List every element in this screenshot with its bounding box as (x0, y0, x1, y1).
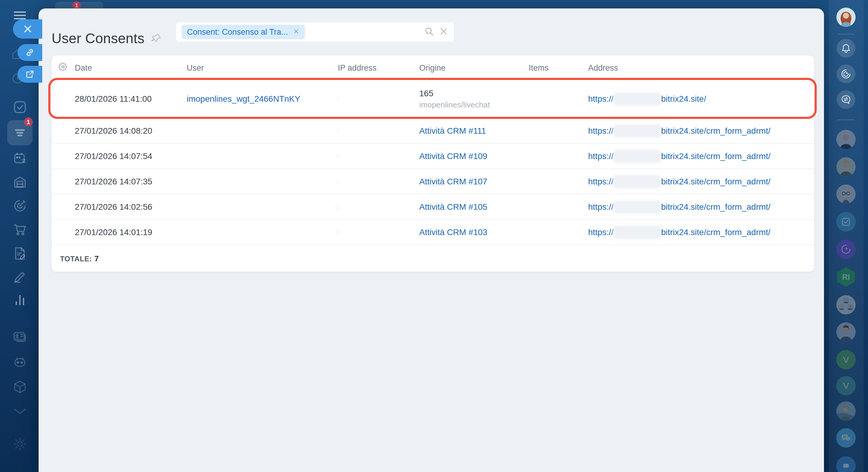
row-date: 27/01/2026 14:02:56 (75, 202, 152, 212)
address-link[interactable]: https://bitrix24.site/crm_form_adrmt/ (588, 125, 771, 137)
filter-chip[interactable]: Consent: Consenso al Tra... (182, 25, 305, 39)
calendar-icon[interactable] (12, 151, 27, 166)
open-new-window-button[interactable] (18, 66, 42, 83)
chevron-down-icon[interactable] (13, 407, 27, 416)
address-link[interactable]: https://bitrix24.site/ (588, 93, 706, 105)
col-header-ip[interactable]: IP address (338, 63, 377, 73)
menu-icon[interactable] (14, 11, 26, 20)
col-header-address[interactable]: Address (588, 63, 618, 73)
chart-icon[interactable] (13, 292, 27, 307)
chat-transfer-icon (840, 94, 852, 105)
address-redacted (615, 176, 660, 187)
col-header-items[interactable]: Items (529, 63, 549, 73)
total-value: 7 (94, 254, 99, 263)
address-redacted (615, 151, 660, 162)
address-link[interactable]: https://bitrix24.site/crm_form_adrmt/ (588, 176, 771, 187)
table-row[interactable]: 27/01/2026 14:08:20 Attività CRM #111 ht… (52, 118, 814, 144)
table-row[interactable]: 27/01/2026 14:02:56 Attività CRM #105 ht… (52, 194, 814, 220)
table-row[interactable]: 27/01/2026 14:07:35 Attività CRM #107 ht… (52, 168, 814, 194)
signature-icon[interactable] (12, 269, 27, 284)
table-header-row: Date User IP address Origine Items Addre… (52, 56, 814, 80)
user-consents-panel: User Consents Consent: Consenso al Tra..… (39, 8, 824, 472)
idcard-icon[interactable] (12, 329, 28, 344)
origine-link[interactable]: Attività CRM #105 (419, 202, 487, 211)
notifications-button[interactable] (837, 39, 855, 58)
copilot-button[interactable] (837, 65, 855, 83)
tasks-icon[interactable] (12, 99, 28, 115)
page-title: User Consents (52, 30, 145, 47)
col-header-date[interactable]: Date (75, 63, 92, 73)
address-redacted (615, 227, 660, 238)
user-avatar[interactable] (836, 322, 856, 342)
origine-link[interactable]: Attività CRM #107 (419, 177, 487, 186)
bell-icon (841, 43, 851, 54)
col-header-origine[interactable]: Origine (419, 63, 445, 73)
document-sign-icon[interactable] (12, 246, 27, 261)
filter-search-bar[interactable]: Consent: Consenso al Tra... (176, 22, 454, 42)
table-row[interactable]: 27/01/2026 14:07:54 Attività CRM #109 ht… (52, 143, 814, 169)
copilot-icon (841, 68, 851, 79)
cart-icon[interactable] (12, 222, 28, 237)
address-redacted (615, 93, 660, 105)
address-link[interactable]: https://bitrix24.site/crm_form_adrmt/ (588, 151, 771, 162)
user-link[interactable]: imopenlines_wgt_2466NTnKY (187, 94, 300, 104)
gear-icon[interactable] (12, 436, 28, 452)
user-avatar[interactable] (836, 130, 856, 149)
user-avatar[interactable] (836, 402, 856, 421)
origine-link[interactable]: Attività CRM #109 (419, 151, 487, 161)
copy-link-button[interactable] (18, 44, 42, 61)
right-toolbar: RI V V (824, 0, 868, 472)
address-redacted (615, 202, 660, 212)
v-label: V (843, 381, 849, 391)
address-redacted (615, 125, 660, 137)
v-avatar-green[interactable]: V (836, 350, 856, 370)
v-avatar-teal[interactable]: V (836, 376, 856, 395)
feed-badge: 1 (24, 117, 33, 126)
toolbar-divider (838, 34, 855, 34)
page-title-row: User Consents (52, 30, 161, 47)
bitrix24-app: 1 1 (0, 0, 868, 472)
close-icon (23, 24, 33, 34)
table-row[interactable]: 28/01/2026 11:41:00 imopenlines_wgt_2466… (52, 80, 814, 118)
group-avatar[interactable] (836, 295, 856, 315)
origine-link[interactable]: Attività CRM #111 (419, 126, 486, 136)
chat-app-avatar[interactable] (836, 428, 856, 447)
chip-remove-icon[interactable] (293, 27, 300, 37)
origine-value: 165 (419, 89, 433, 98)
col-header-user[interactable]: User (187, 63, 204, 73)
toolbar-divider (838, 119, 855, 120)
grid-settings-icon[interactable] (58, 62, 68, 74)
messenger-button[interactable] (837, 90, 855, 109)
origine-sub: imopenlines/livechat (419, 100, 490, 110)
feed-icon (13, 125, 27, 140)
origine-link[interactable]: Attività CRM #103 (419, 228, 487, 237)
consents-table: Date User IP address Origine Items Addre… (52, 56, 814, 272)
warehouse-icon[interactable] (12, 175, 27, 190)
row-date: 27/01/2026 14:08:20 (75, 126, 152, 136)
clear-filter-icon[interactable] (439, 27, 448, 37)
crm-target-icon[interactable] (12, 198, 27, 213)
search-icon[interactable] (424, 26, 435, 38)
address-link[interactable]: https://bitrix24.site/crm_form_adrmt/ (588, 227, 771, 238)
v-label: V (843, 355, 849, 365)
tasks-app-avatar[interactable] (836, 212, 856, 232)
row-date: 28/01/2026 11:41:00 (75, 94, 152, 104)
app-avatar-partial[interactable] (836, 456, 856, 472)
table-footer: TOTALE:7 (52, 244, 814, 272)
link-icon (25, 48, 35, 57)
row-date: 27/01/2026 14:01:19 (75, 228, 152, 237)
pin-icon[interactable] (150, 30, 162, 47)
package-icon[interactable] (12, 379, 27, 394)
close-slider-button[interactable] (13, 19, 42, 39)
profile-avatar[interactable] (836, 7, 856, 27)
total-label: TOTALE: (60, 255, 92, 263)
robot-icon[interactable] (12, 354, 28, 370)
row-date: 27/01/2026 14:07:54 (75, 151, 152, 161)
feed-item-active[interactable]: 1 (7, 120, 33, 145)
ri-hexagon-avatar[interactable]: RI (836, 267, 856, 287)
table-row[interactable]: 27/01/2026 14:01:19 Attività CRM #103 ht… (52, 219, 814, 245)
cat-avatar[interactable] (836, 184, 856, 204)
user-avatar[interactable] (836, 157, 856, 177)
copilot-app-avatar[interactable] (836, 240, 856, 259)
address-link[interactable]: https://bitrix24.site/crm_form_adrmt/ (588, 202, 771, 212)
